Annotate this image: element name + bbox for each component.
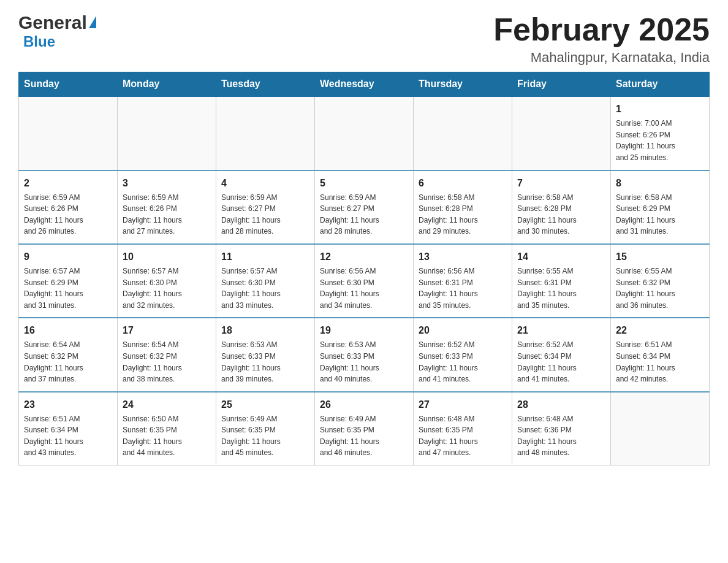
day-info: Sunrise: 6:57 AM Sunset: 6:29 PM Dayligh… [24,266,112,311]
logo-general-text: General [18,12,87,33]
day-info: Sunrise: 6:59 AM Sunset: 6:27 PM Dayligh… [320,192,408,237]
day-number: 2 [24,176,112,191]
day-number: 6 [419,176,507,191]
calendar-cell [315,96,414,170]
calendar-cell: 22Sunrise: 6:51 AM Sunset: 6:34 PM Dayli… [611,318,710,391]
calendar-week-row: 2Sunrise: 6:59 AM Sunset: 6:26 PM Daylig… [19,170,710,244]
calendar-cell: 28Sunrise: 6:48 AM Sunset: 6:36 PM Dayli… [512,392,611,465]
day-info: Sunrise: 6:49 AM Sunset: 6:35 PM Dayligh… [320,413,408,459]
calendar-cell: 26Sunrise: 6:49 AM Sunset: 6:35 PM Dayli… [315,392,414,465]
day-number: 25 [221,397,309,412]
calendar-cell [216,96,315,170]
day-info: Sunrise: 6:53 AM Sunset: 6:33 PM Dayligh… [320,339,408,385]
day-number: 3 [123,176,211,191]
calendar-cell [19,96,118,170]
day-info: Sunrise: 6:53 AM Sunset: 6:33 PM Dayligh… [221,339,309,385]
location: Mahalingpur, Karnataka, India [493,50,710,66]
calendar-cell: 23Sunrise: 6:51 AM Sunset: 6:34 PM Dayli… [19,392,118,465]
day-info: Sunrise: 6:56 AM Sunset: 6:31 PM Dayligh… [419,266,507,311]
day-number: 4 [221,176,309,191]
calendar-cell: 3Sunrise: 6:59 AM Sunset: 6:26 PM Daylig… [118,170,216,244]
calendar-table: Sunday Monday Tuesday Wednesday Thursday… [18,72,710,465]
day-info: Sunrise: 6:57 AM Sunset: 6:30 PM Dayligh… [221,266,309,311]
day-number: 11 [221,250,309,264]
day-info: Sunrise: 6:59 AM Sunset: 6:26 PM Dayligh… [123,192,211,237]
day-number: 17 [123,323,211,338]
calendar-cell [512,96,611,170]
day-number: 20 [419,323,507,338]
calendar-cell: 10Sunrise: 6:57 AM Sunset: 6:30 PM Dayli… [118,244,216,318]
calendar-cell: 27Sunrise: 6:48 AM Sunset: 6:35 PM Dayli… [414,392,512,465]
day-info: Sunrise: 6:58 AM Sunset: 6:28 PM Dayligh… [517,192,605,237]
day-number: 9 [24,250,112,264]
day-number: 26 [320,397,408,412]
day-info: Sunrise: 6:58 AM Sunset: 6:28 PM Dayligh… [419,192,507,237]
calendar-cell: 17Sunrise: 6:54 AM Sunset: 6:32 PM Dayli… [118,318,216,391]
day-number: 13 [419,250,507,264]
day-info: Sunrise: 6:48 AM Sunset: 6:36 PM Dayligh… [517,413,605,459]
day-info: Sunrise: 6:54 AM Sunset: 6:32 PM Dayligh… [24,339,112,385]
day-number: 10 [123,250,211,264]
page-header: General Blue February 2025 Mahalingpur, … [18,12,710,66]
day-info: Sunrise: 6:49 AM Sunset: 6:35 PM Dayligh… [221,413,309,459]
calendar-cell: 7Sunrise: 6:58 AM Sunset: 6:28 PM Daylig… [512,170,611,244]
day-info: Sunrise: 7:00 AM Sunset: 6:26 PM Dayligh… [616,118,704,163]
day-number: 23 [24,397,112,412]
day-number: 5 [320,176,408,191]
calendar-cell: 20Sunrise: 6:52 AM Sunset: 6:33 PM Dayli… [414,318,512,391]
day-info: Sunrise: 6:56 AM Sunset: 6:30 PM Dayligh… [320,266,408,311]
col-tuesday: Tuesday [216,72,315,97]
day-number: 1 [616,102,704,117]
day-number: 24 [123,397,211,412]
col-friday: Friday [512,72,611,97]
calendar-cell [118,96,216,170]
calendar-cell: 1Sunrise: 7:00 AM Sunset: 6:26 PM Daylig… [611,96,710,170]
calendar-cell: 13Sunrise: 6:56 AM Sunset: 6:31 PM Dayli… [414,244,512,318]
day-info: Sunrise: 6:57 AM Sunset: 6:30 PM Dayligh… [123,266,211,311]
calendar-week-row: 23Sunrise: 6:51 AM Sunset: 6:34 PM Dayli… [19,392,710,465]
day-number: 28 [517,397,605,412]
month-title: February 2025 [493,12,710,47]
day-info: Sunrise: 6:50 AM Sunset: 6:35 PM Dayligh… [123,413,211,459]
calendar-cell: 9Sunrise: 6:57 AM Sunset: 6:29 PM Daylig… [19,244,118,318]
col-saturday: Saturday [611,72,710,97]
title-section: February 2025 Mahalingpur, Karnataka, In… [493,12,710,66]
calendar-cell: 4Sunrise: 6:59 AM Sunset: 6:27 PM Daylig… [216,170,315,244]
calendar-cell [414,96,512,170]
calendar-week-row: 1Sunrise: 7:00 AM Sunset: 6:26 PM Daylig… [19,96,710,170]
day-number: 27 [419,397,507,412]
calendar-body: 1Sunrise: 7:00 AM Sunset: 6:26 PM Daylig… [19,96,710,465]
logo-triangle-icon [89,16,96,28]
day-info: Sunrise: 6:59 AM Sunset: 6:26 PM Dayligh… [24,192,112,237]
day-info: Sunrise: 6:51 AM Sunset: 6:34 PM Dayligh… [24,413,112,459]
calendar-cell [611,392,710,465]
col-wednesday: Wednesday [315,72,414,97]
day-number: 21 [517,323,605,338]
col-thursday: Thursday [414,72,512,97]
day-info: Sunrise: 6:48 AM Sunset: 6:35 PM Dayligh… [419,413,507,459]
calendar-cell: 14Sunrise: 6:55 AM Sunset: 6:31 PM Dayli… [512,244,611,318]
day-number: 18 [221,323,309,338]
calendar-cell: 16Sunrise: 6:54 AM Sunset: 6:32 PM Dayli… [19,318,118,391]
calendar-week-row: 9Sunrise: 6:57 AM Sunset: 6:29 PM Daylig… [19,244,710,318]
day-info: Sunrise: 6:55 AM Sunset: 6:31 PM Dayligh… [517,266,605,311]
calendar-cell: 2Sunrise: 6:59 AM Sunset: 6:26 PM Daylig… [19,170,118,244]
calendar-cell: 19Sunrise: 6:53 AM Sunset: 6:33 PM Dayli… [315,318,414,391]
day-info: Sunrise: 6:58 AM Sunset: 6:29 PM Dayligh… [616,192,704,237]
day-number: 19 [320,323,408,338]
calendar-cell: 15Sunrise: 6:55 AM Sunset: 6:32 PM Dayli… [611,244,710,318]
col-sunday: Sunday [19,72,118,97]
calendar-week-row: 16Sunrise: 6:54 AM Sunset: 6:32 PM Dayli… [19,318,710,391]
day-info: Sunrise: 6:51 AM Sunset: 6:34 PM Dayligh… [616,339,704,385]
logo: General Blue [18,12,96,50]
calendar-cell: 5Sunrise: 6:59 AM Sunset: 6:27 PM Daylig… [315,170,414,244]
calendar-cell: 11Sunrise: 6:57 AM Sunset: 6:30 PM Dayli… [216,244,315,318]
calendar-cell: 21Sunrise: 6:52 AM Sunset: 6:34 PM Dayli… [512,318,611,391]
col-monday: Monday [118,72,216,97]
calendar-header-row: Sunday Monday Tuesday Wednesday Thursday… [19,72,710,97]
calendar-cell: 25Sunrise: 6:49 AM Sunset: 6:35 PM Dayli… [216,392,315,465]
day-number: 14 [517,250,605,264]
day-number: 22 [616,323,704,338]
day-number: 16 [24,323,112,338]
day-number: 8 [616,176,704,191]
